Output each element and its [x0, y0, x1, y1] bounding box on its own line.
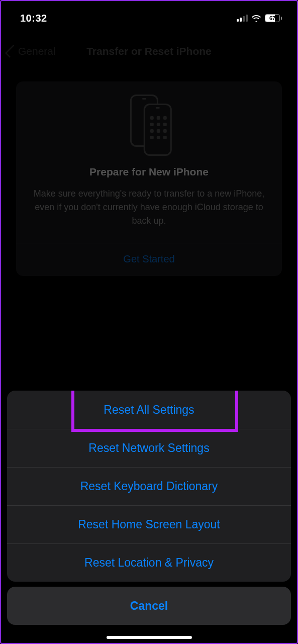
back-label: General	[18, 45, 56, 57]
reset-home-screen-layout-button[interactable]: Reset Home Screen Layout	[7, 505, 291, 543]
option-label: Reset Location & Privacy	[84, 556, 214, 570]
back-button[interactable]: General	[8, 45, 56, 57]
status-time: 10:32	[20, 13, 47, 24]
battery-pct: 67	[269, 15, 275, 21]
wifi-icon	[251, 15, 261, 22]
reset-options-group: Reset All Settings Reset Network Setting…	[7, 391, 291, 582]
card-description: Make sure everything's ready to transfer…	[25, 187, 273, 243]
option-label: Reset Network Settings	[88, 441, 209, 455]
cancel-button[interactable]: Cancel	[7, 587, 291, 625]
nav-header: General Transfer or Reset iPhone	[1, 31, 297, 67]
devices-illustration	[25, 95, 273, 155]
reset-all-settings-button[interactable]: Reset All Settings	[7, 391, 291, 429]
cellular-icon	[237, 15, 248, 22]
status-bar: 10:32 67	[1, 1, 297, 31]
option-label: Reset Keyboard Dictionary	[80, 480, 218, 493]
cancel-label: Cancel	[130, 599, 168, 613]
prepare-card: Prepare for New iPhone Make sure everyth…	[16, 81, 282, 276]
option-label: Reset All Settings	[104, 403, 194, 417]
get-started-button[interactable]: Get Started	[25, 243, 273, 276]
reset-location-privacy-button[interactable]: Reset Location & Privacy	[7, 543, 291, 582]
battery-icon: 67	[265, 14, 282, 22]
card-title: Prepare for New iPhone	[25, 166, 273, 178]
chevron-left-icon	[5, 45, 19, 58]
option-label: Reset Home Screen Layout	[78, 518, 220, 531]
reset-keyboard-dictionary-button[interactable]: Reset Keyboard Dictionary	[7, 467, 291, 505]
status-icons: 67	[237, 14, 282, 22]
home-indicator[interactable]	[107, 636, 192, 639]
action-sheet: Reset All Settings Reset Network Setting…	[7, 391, 291, 625]
reset-network-settings-button[interactable]: Reset Network Settings	[7, 429, 291, 467]
